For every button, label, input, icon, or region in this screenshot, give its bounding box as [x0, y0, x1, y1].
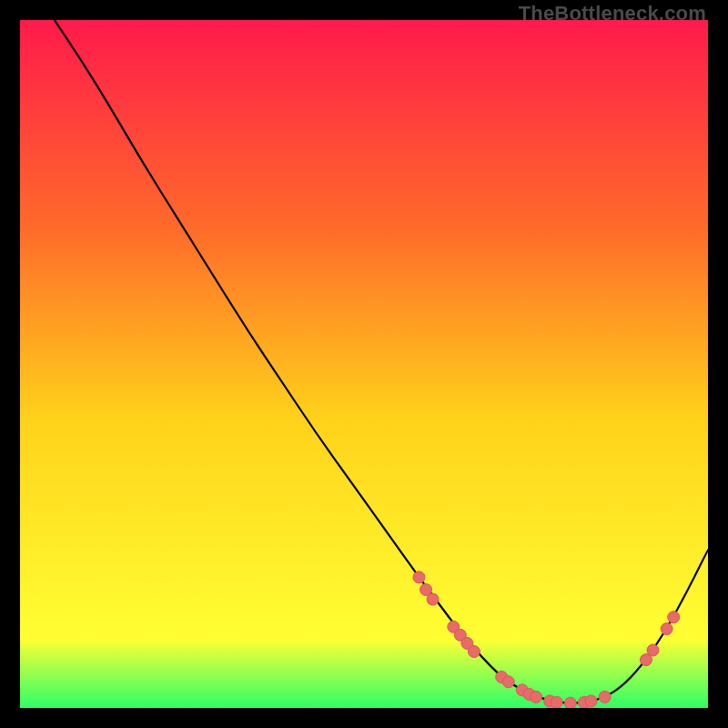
data-marker: [647, 644, 659, 656]
data-marker: [599, 691, 611, 703]
data-marker: [502, 676, 514, 688]
data-marker: [551, 696, 562, 708]
data-marker: [668, 612, 680, 623]
chart-frame: [20, 20, 708, 708]
data-marker: [585, 695, 597, 707]
bottleneck-chart: [20, 20, 708, 708]
gradient-background: [20, 20, 708, 708]
data-marker: [661, 623, 672, 635]
data-marker: [427, 593, 439, 605]
data-marker: [564, 697, 576, 708]
data-marker: [468, 646, 480, 658]
data-marker: [531, 691, 542, 703]
data-marker: [413, 571, 425, 583]
